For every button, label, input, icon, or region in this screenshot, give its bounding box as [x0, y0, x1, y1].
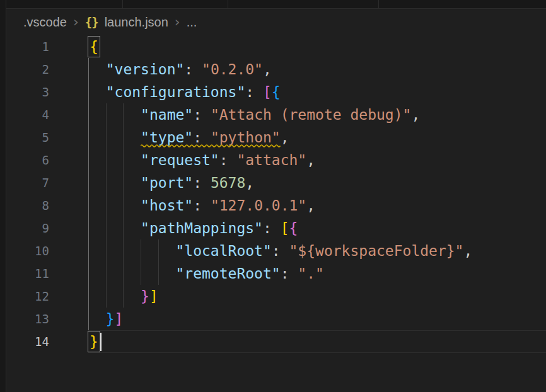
token: "attach" [236, 152, 306, 168]
token: "0.2.0" [202, 61, 263, 78]
code-line[interactable]: 14} [6, 330, 546, 353]
indent-guide [106, 239, 107, 262]
code-line[interactable]: 3 "configurations": [{ [6, 81, 546, 103]
line-number[interactable]: 2 [6, 58, 88, 81]
line-content: "version": "0.2.0", [88, 58, 546, 81]
indent-guide [88, 171, 89, 194]
indent-guide [158, 239, 159, 262]
code-line[interactable]: 6 "request": "attach", [6, 149, 546, 171]
token: : [193, 197, 211, 214]
breadcrumb-file[interactable]: launch.json [105, 15, 168, 30]
indent-guide [123, 194, 124, 217]
indent-guide [88, 239, 89, 262]
token: "version" [106, 61, 185, 78]
line-number[interactable]: 6 [6, 149, 88, 171]
indent-whitespace [88, 107, 141, 123]
line-content: } [88, 330, 546, 353]
indent-whitespace [88, 84, 106, 100]
json-file-icon: {} [85, 15, 98, 29]
code-line[interactable]: 12 }] [6, 285, 546, 308]
token: "127.0.0.1" [211, 197, 306, 214]
line-content: "localRoot": "${workspaceFolder}", [88, 239, 546, 262]
indent-guide [106, 149, 107, 171]
indent-whitespace [88, 61, 106, 78]
indent-guide [123, 285, 124, 308]
indent-guide [123, 239, 124, 262]
line-number[interactable]: 10 [6, 239, 88, 262]
indent-guide [106, 126, 107, 149]
token: ] [149, 288, 158, 304]
indent-guide [106, 171, 107, 194]
token: "port" [141, 175, 193, 191]
code-line[interactable]: 4 "name": "Attach (remote debug)", [6, 103, 546, 126]
line-number[interactable]: 3 [6, 81, 88, 103]
token: "remoteRoot" [175, 265, 280, 282]
indent-guide [123, 103, 124, 126]
token: { [272, 84, 281, 100]
token: : [184, 61, 202, 78]
indent-guide [88, 81, 89, 103]
bracket-match: { [88, 37, 100, 57]
line-number[interactable]: 5 [6, 126, 88, 149]
indent-whitespace [88, 311, 106, 327]
line-number[interactable]: 8 [6, 194, 88, 217]
token: "." [298, 265, 324, 282]
code-line[interactable]: 2 "version": "0.2.0", [6, 58, 546, 81]
line-content: "type": "python", [88, 126, 546, 149]
token: "Attach (remote debug)" [211, 107, 412, 123]
indent-guide [88, 194, 89, 217]
line-content: "request": "attach", [88, 149, 546, 171]
line-number[interactable]: 12 [6, 285, 88, 308]
token: "request" [141, 152, 219, 168]
bracket-match: } [88, 331, 100, 352]
line-number[interactable]: 14 [6, 330, 88, 353]
code-line[interactable]: 13 }] [6, 308, 546, 330]
tab-separator [228, 0, 228, 8]
code-line[interactable]: 11 "remoteRoot": "." [6, 262, 546, 285]
breadcrumb-folder[interactable]: .vscode [23, 15, 67, 30]
indent-whitespace [88, 152, 141, 168]
token: "name" [141, 107, 193, 123]
chevron-right-icon: › [175, 16, 180, 28]
line-number[interactable]: 4 [6, 103, 88, 126]
line-number[interactable]: 7 [6, 171, 88, 194]
code-line[interactable]: 1{ [6, 35, 546, 58]
token: : [272, 243, 289, 259]
indent-whitespace [88, 220, 141, 236]
breadcrumb-symbol-more[interactable]: ... [187, 15, 197, 30]
indent-guide [88, 58, 89, 81]
line-number[interactable]: 1 [6, 35, 88, 58]
code-line[interactable]: 10 "localRoot": "${workspaceFolder}", [6, 239, 546, 262]
tab-separator [122, 0, 123, 8]
token: "${workspaceFolder}" [289, 243, 464, 259]
token: , [245, 175, 254, 191]
code-line[interactable]: 9 "pathMappings": [{ [6, 217, 546, 239]
tab-bar[interactable] [0, 0, 546, 9]
code-area[interactable]: 1{2 "version": "0.2.0",3 "configurations… [6, 35, 546, 353]
breadcrumb[interactable]: .vscode › {} launch.json › ... [6, 9, 546, 35]
token: } [141, 288, 149, 304]
code-line[interactable]: 5 "type": "python", [6, 126, 546, 149]
token: [ [263, 84, 272, 100]
line-content: "host": "127.0.0.1", [88, 194, 546, 217]
token: , [463, 243, 472, 259]
token: , [281, 129, 289, 146]
line-number[interactable]: 11 [6, 262, 88, 285]
indent-guide [106, 194, 107, 217]
token: , [306, 197, 315, 214]
code-line[interactable]: 8 "host": "127.0.0.1", [6, 194, 546, 217]
line-content: { [88, 35, 546, 58]
line-number[interactable]: 13 [6, 308, 88, 330]
indent-guide [106, 217, 107, 239]
token: [ [281, 220, 289, 236]
token: : [193, 107, 211, 123]
indent-guide [88, 103, 89, 126]
code-line[interactable]: 7 "port": 5678, [6, 171, 546, 194]
line-content: "port": 5678, [88, 171, 546, 194]
token: : [219, 152, 237, 168]
editor-pane: .vscode › {} launch.json › ... 1{2 "vers… [6, 9, 546, 392]
line-number[interactable]: 9 [6, 217, 88, 239]
line-content: "remoteRoot": "." [88, 262, 546, 285]
chevron-right-icon: › [73, 16, 79, 28]
indent-whitespace [88, 243, 175, 259]
